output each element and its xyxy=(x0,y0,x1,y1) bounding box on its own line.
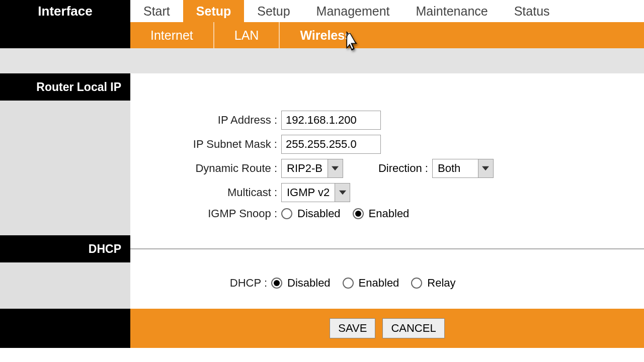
sidebar-gray xyxy=(0,101,130,235)
label-dhcp: DHCP : xyxy=(130,277,271,290)
logo: Interface xyxy=(0,0,130,22)
dhcp-relay-radio[interactable] xyxy=(411,278,422,289)
dhcp-disabled-radio[interactable] xyxy=(271,278,282,289)
tab-management[interactable]: Management xyxy=(303,0,403,22)
subtab-wireless[interactable]: Wireless xyxy=(280,22,372,48)
label-igmp-snoop: IGMP Snoop : xyxy=(130,207,281,220)
dynamic-route-select[interactable]: RIP2-B xyxy=(281,159,343,178)
section-dhcp: DHCP xyxy=(0,235,130,262)
label-direction: Direction : xyxy=(378,162,428,175)
dhcp-enabled-label: Enabled xyxy=(359,277,399,290)
section-router-local-ip: Router Local IP xyxy=(0,73,130,101)
tab-status[interactable]: Status xyxy=(501,0,563,22)
igmp-snoop-disabled-label: Disabled xyxy=(297,207,341,220)
chevron-down-icon[interactable] xyxy=(335,184,350,202)
dhcp-enabled-radio[interactable] xyxy=(343,278,354,289)
footer-bar: SAVE CANCEL xyxy=(130,309,644,348)
tab-start[interactable]: Start xyxy=(130,0,183,22)
label-multicast: Multicast : xyxy=(130,186,281,199)
ip-subnet-mask-input[interactable] xyxy=(281,135,381,154)
dhcp-relay-label: Relay xyxy=(427,277,455,290)
multicast-value: IGMP v2 xyxy=(282,184,335,202)
dhcp-disabled-label: Disabled xyxy=(287,277,331,290)
main-tabs: Start Setup Setup Management Maintenance… xyxy=(130,0,644,22)
sidebar-black xyxy=(0,22,130,48)
tab-setup[interactable]: Setup xyxy=(183,0,244,22)
sub-tabs: Internet LAN Wireless xyxy=(130,22,644,48)
tab-setup-2[interactable]: Setup xyxy=(244,0,303,22)
save-button[interactable]: SAVE xyxy=(330,318,375,338)
label-ip-address: IP Address : xyxy=(130,114,281,127)
divider xyxy=(130,248,644,262)
label-dynamic-route: Dynamic Route : xyxy=(130,162,281,175)
chevron-down-icon[interactable] xyxy=(478,159,493,177)
cancel-button[interactable]: CANCEL xyxy=(382,318,444,338)
igmp-snoop-enabled-radio[interactable] xyxy=(353,208,364,219)
direction-value: Both xyxy=(433,159,478,177)
label-ip-subnet-mask: IP Subnet Mask : xyxy=(130,138,281,151)
sidebar-gray-spacer xyxy=(0,48,130,73)
footer-black xyxy=(0,309,130,348)
igmp-snoop-enabled-label: Enabled xyxy=(369,207,410,220)
dynamic-route-value: RIP2-B xyxy=(282,159,328,177)
direction-select[interactable]: Both xyxy=(432,159,494,178)
ip-address-input[interactable] xyxy=(281,111,381,130)
tab-maintenance[interactable]: Maintenance xyxy=(403,0,501,22)
subtab-internet[interactable]: Internet xyxy=(130,22,214,48)
chevron-down-icon[interactable] xyxy=(328,159,343,177)
multicast-select[interactable]: IGMP v2 xyxy=(281,183,350,202)
igmp-snoop-disabled-radio[interactable] xyxy=(281,208,292,219)
subtab-lan[interactable]: LAN xyxy=(214,22,280,48)
sidebar-gray xyxy=(0,262,130,309)
content-gray-spacer xyxy=(130,48,644,73)
